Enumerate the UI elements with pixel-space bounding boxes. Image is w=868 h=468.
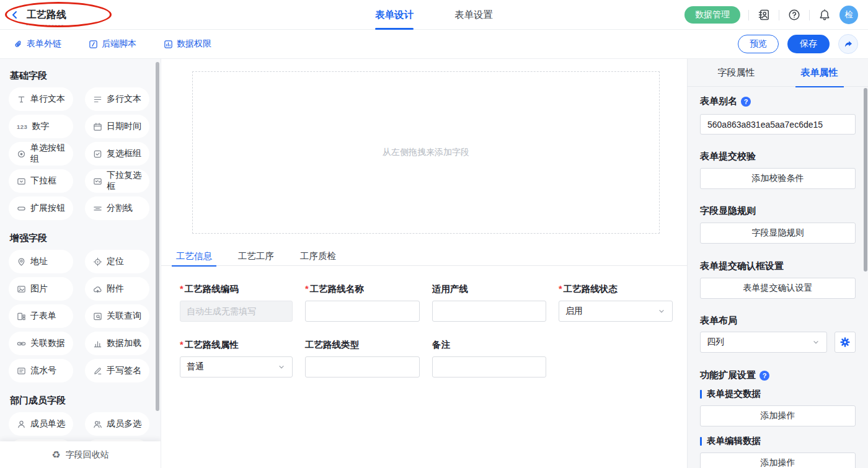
tab-field-properties[interactable]: 字段属性 [712, 59, 761, 87]
field-item-member-multi[interactable]: 成员多选 [85, 412, 149, 436]
field-route-type: 工艺路线类型 [305, 339, 420, 377]
dropzone-placeholder: 从左侧拖拽来添加字段 [383, 147, 469, 158]
linked-data-icon [17, 339, 26, 348]
chevron-down-icon [657, 307, 666, 316]
page-title[interactable]: 工艺路线 [27, 9, 66, 22]
field-item-member-single[interactable]: 成员单选 [9, 412, 73, 436]
field-item-attachment[interactable]: 附件 [85, 277, 149, 301]
tab-step-quality[interactable]: 工序质检 [296, 246, 340, 266]
preview-button[interactable]: 预览 [738, 35, 779, 53]
form-design-canvas: 从左侧拖拽来添加字段 工艺信息 工艺工序 工序质检 *工艺路线编码 *工艺路线名… [161, 59, 687, 468]
field-item-linked-data[interactable]: 关联数据 [9, 332, 73, 355]
help-icon[interactable] [787, 8, 801, 22]
checkbox-group-icon [93, 149, 102, 159]
data-manage-button[interactable]: 数据管理 [684, 6, 740, 24]
form-alias-input[interactable] [700, 114, 856, 135]
notification-bell-icon[interactable] [818, 8, 831, 22]
number-icon: 123 [17, 123, 27, 130]
form-toolbar: 表单外链 后端脚本 数据权限 预览 保存 [0, 30, 868, 59]
field-item-image[interactable]: 图片 [9, 277, 73, 301]
properties-panel: 字段属性 表单属性 表单别名 ? 表单提交校验 添加校验条件 字段显隐规则 字段… [687, 59, 868, 468]
tab-form-design[interactable]: 表单设计 [375, 0, 414, 30]
layout-settings-button[interactable] [835, 332, 856, 353]
section-title-enhanced-fields: 增强字段 [10, 232, 161, 244]
form-alias-label: 表单别名 ? [700, 95, 856, 107]
field-item-signature[interactable]: 手写签名 [85, 359, 149, 382]
remark-input[interactable] [432, 356, 546, 377]
field-item-linked-query[interactable]: 关联查询 [85, 304, 149, 328]
field-item-multi-select[interactable]: 下拉复选框 [85, 169, 149, 193]
datetime-icon [93, 122, 102, 131]
tab-form-settings[interactable]: 表单设置 [454, 0, 493, 30]
section-title-basic-fields: 基础字段 [10, 70, 161, 82]
multi-select-icon [93, 177, 102, 186]
field-item-subform[interactable]: 子表单 [9, 304, 73, 328]
form-layout-select[interactable]: 四列 [700, 332, 827, 353]
field-item-divider[interactable]: 分割线 [85, 196, 149, 220]
share-arrow-icon [843, 39, 853, 49]
field-route-name: *工艺路线名称 [305, 283, 420, 322]
multi-line-text-icon [93, 95, 102, 104]
save-button[interactable]: 保存 [787, 35, 830, 53]
required-mark: * [559, 284, 562, 294]
divider-icon [93, 204, 102, 213]
submit-confirm-settings-button[interactable]: 表单提交确认设置 [700, 278, 856, 299]
field-item-extend-button[interactable]: 扩展按钮 [9, 196, 73, 220]
submit-data-group-label: 表单提交数据 [700, 388, 856, 400]
field-item-address[interactable]: 地址 [9, 250, 73, 273]
field-dropzone[interactable]: 从左侧拖拽来添加字段 [192, 71, 660, 234]
required-mark: * [305, 284, 309, 294]
tab-process-info[interactable]: 工艺信息 [172, 246, 216, 266]
backend-script-link[interactable]: 后端脚本 [89, 38, 136, 50]
route-code-input[interactable] [180, 301, 293, 322]
user-avatar[interactable]: 检 [839, 6, 858, 24]
chevron-left-icon [10, 10, 20, 20]
tab-process-steps[interactable]: 工艺工序 [234, 246, 278, 266]
sidebar-scrollbar[interactable] [156, 62, 159, 411]
field-item-data-load[interactable]: 数据加载 [85, 332, 149, 355]
help-icon[interactable]: ? [760, 371, 769, 381]
field-visibility-rules-button[interactable]: 字段显隐规则 [700, 223, 856, 244]
add-operation-edit-button[interactable]: 添加操作 [700, 453, 856, 468]
select-icon [17, 177, 26, 186]
route-type-input[interactable] [305, 356, 420, 377]
field-item-location[interactable]: 定位 [85, 250, 149, 273]
field-route-attribute: *工艺路线属性 普通 [180, 339, 293, 377]
route-name-input[interactable] [305, 301, 420, 322]
submit-validation-label: 表单提交校验 [700, 151, 856, 162]
product-line-input[interactable] [432, 301, 546, 322]
field-recycle-bin[interactable]: ♻ 字段回收站 [0, 441, 161, 468]
back-button[interactable] [9, 9, 21, 21]
app-header: 工艺路线 表单设计 表单设置 数据管理 检 [0, 0, 868, 30]
field-item-number[interactable]: 123 数字 [9, 115, 73, 138]
add-validation-button[interactable]: 添加校验条件 [700, 168, 856, 189]
field-palette-sidebar: 基础字段 单行文本 多行文本 123 数字 日期时间 单选按钮组 复选框组 下拉… [0, 59, 161, 468]
field-item-checkbox-group[interactable]: 复选框组 [85, 142, 149, 166]
subform-icon [17, 312, 26, 321]
location-icon [93, 257, 102, 267]
tab-form-properties[interactable]: 表单属性 [795, 59, 844, 87]
route-attribute-select[interactable]: 普通 [180, 356, 293, 377]
field-item-select[interactable]: 下拉框 [9, 169, 73, 193]
panel-scrollbar[interactable] [864, 88, 867, 272]
field-item-serial-number[interactable]: 流水号 [9, 359, 73, 382]
add-operation-submit-button[interactable]: 添加操作 [700, 405, 856, 426]
required-mark: * [180, 340, 184, 350]
submit-confirm-label: 表单提交确认框设置 [700, 260, 856, 272]
field-item-multi-line-text[interactable]: 多行文本 [85, 87, 149, 111]
share-button[interactable] [838, 34, 858, 54]
help-icon[interactable]: ? [741, 97, 751, 107]
field-item-radio-group[interactable]: 单选按钮组 [9, 142, 73, 166]
single-line-text-icon [17, 95, 26, 104]
field-item-datetime[interactable]: 日期时间 [85, 115, 149, 138]
form-fields-grid: *工艺路线编码 *工艺路线名称 适用产线 *工艺路线状态 启用 *工艺路线属性 … [180, 283, 673, 377]
data-permission-link[interactable]: 数据权限 [164, 38, 211, 50]
form-external-link[interactable]: 表单外链 [14, 38, 61, 50]
route-status-select[interactable]: 启用 [559, 301, 673, 322]
serial-number-icon [17, 366, 26, 376]
field-route-code: *工艺路线编码 [180, 283, 293, 322]
field-item-single-line-text[interactable]: 单行文本 [9, 87, 73, 111]
contact-book-icon[interactable] [757, 8, 771, 22]
field-visibility-label: 字段显隐规则 [700, 205, 856, 217]
radio-group-icon [17, 149, 26, 159]
